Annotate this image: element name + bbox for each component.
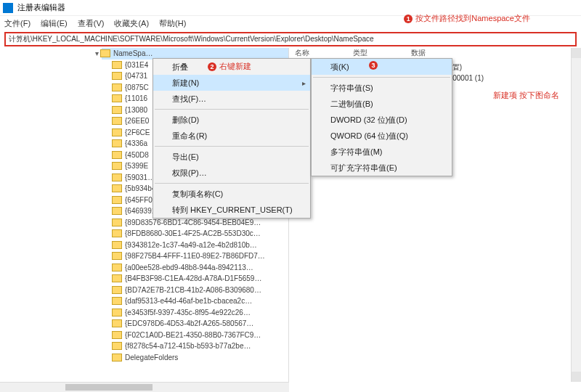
tree-label: {BD7A2E7B-21CB-41b2-A086-B309680… [125, 286, 261, 294]
tree-label: {04731 [125, 72, 147, 80]
menu-item[interactable]: 重命名(R) [153, 128, 310, 144]
values-header: 名称 类型 数据 [295, 48, 575, 58]
callout-key: 3 [369, 61, 378, 70]
menu-help[interactable]: 帮助(H) [159, 18, 186, 29]
callout-new-text: 右键新建 [219, 61, 251, 72]
app-title: 注册表编辑器 [17, 2, 65, 13]
col-name[interactable]: 名称 [295, 48, 309, 58]
tree-label: {EDC978D6-4D53-4b2f-A265-580567… [125, 319, 253, 327]
folder-icon [112, 219, 122, 226]
folder-icon [112, 229, 122, 237]
badge-2-icon: 2 [208, 62, 216, 71]
menu-item[interactable]: DWORD (32 位)值(D) [312, 112, 452, 128]
menu-item[interactable]: 查找(F)… [153, 91, 310, 107]
menu-item[interactable]: 项(K) [312, 59, 452, 75]
tree-label: {5399E [125, 162, 148, 170]
tree-label: {98F275B4-4FFF-11E0-89E2-7B86DFD7… [125, 252, 265, 260]
col-data[interactable]: 数据 [411, 48, 426, 58]
menu-item[interactable]: 权限(P)… [153, 165, 310, 181]
menu-item[interactable]: 复制项名称(C) [153, 186, 310, 202]
tree-item[interactable]: {9343812e-1c37-4a49-a12e-4b2d810b… [102, 240, 288, 251]
menu-item[interactable]: QWORD (64 位)值(Q) [312, 128, 452, 144]
folder-icon [112, 207, 122, 215]
scrollbar-vertical[interactable] [571, 48, 581, 382]
chevron-down-icon[interactable]: ▾ [93, 49, 100, 57]
tree-item[interactable]: {EDC978D6-4D53-4b2f-A265-580567… [102, 318, 288, 330]
col-type[interactable]: 类型 [353, 48, 367, 58]
folder-icon [112, 94, 122, 102]
tree-item-delegatefolders[interactable]: DelegateFolders [102, 352, 288, 364]
folder-icon [112, 354, 122, 362]
menu-item[interactable]: 多字符串值(M) [312, 144, 452, 160]
folder-icon [112, 61, 122, 69]
folder-icon [112, 72, 122, 80]
menu-item[interactable]: 导出(E) [153, 149, 310, 165]
tree-label: {11016 [125, 94, 147, 102]
tree-item[interactable]: {8FDB8680-30E1-4F25-AC2B-553D30c… [102, 228, 288, 240]
annotation-top-text: 按文件路径找到Namespace文件 [415, 13, 530, 24]
menu-item[interactable]: 新建(N) [153, 75, 310, 91]
folder-icon [112, 162, 122, 170]
menu-item[interactable]: 二进制值(B) [312, 96, 452, 112]
tree-label: {13080 [125, 106, 147, 114]
tree-item[interactable]: {98F275B4-4FFF-11E0-89E2-7B86DFD7… [102, 250, 288, 262]
annotation-find-namespace: 1 按文件路径找到Namespace文件 [404, 13, 530, 24]
tree-label: {89D83576-6BD1-4C86-9454-BEB04E9… [125, 219, 261, 226]
annotation-rename: 新建项 按下图命名 [493, 90, 559, 101]
tree-label: {26EE0 [125, 117, 149, 125]
menu-item[interactable]: 转到 HKEY_CURRENT_USER(T) [153, 202, 310, 218]
tree-item[interactable]: {BD7A2E7B-21CB-41b2-A086-B309680… [102, 285, 288, 296]
folder-icon [112, 286, 122, 294]
tree-item[interactable]: {B4FB3F98-C1EA-428d-A78A-D1F5659… [102, 273, 288, 285]
folder-icon [112, 117, 122, 125]
menu-edit[interactable]: 编辑(E) [41, 18, 68, 29]
menu-file[interactable]: 文件(F) [4, 18, 31, 29]
tree-item[interactable]: {a00ee528-ebd9-48b8-944a-8942113… [102, 262, 288, 274]
menu-item[interactable]: 可扩充字符串值(E) [312, 160, 452, 176]
menu-view[interactable]: 查看(V) [78, 18, 105, 29]
folder-icon [112, 252, 122, 260]
tree-label: {daf95313-e44d-46af-be1b-cbacea2c… [125, 297, 252, 305]
tree-label: {4336a [125, 139, 147, 147]
folder-icon [112, 184, 122, 192]
tree-label: {F02C1A0D-BE21-4350-88B0-7367FC9… [125, 331, 261, 339]
address-bar[interactable]: 计算机\HKEY_LOCAL_MACHINE\SOFTWARE\Microsof… [4, 32, 577, 46]
folder-icon [112, 319, 122, 327]
tree-label: {59031… [125, 173, 155, 181]
tree-label: {0875C [125, 83, 149, 91]
folder-icon [112, 128, 122, 136]
tree-label: NameSpa… [113, 49, 153, 57]
tree-label: DelegateFolders [125, 354, 178, 362]
address-text: 计算机\HKEY_LOCAL_MACHINE\SOFTWARE\Microsof… [9, 34, 374, 44]
folder-icon [112, 342, 122, 350]
folder-icon [112, 274, 122, 282]
scrollbar-thumb[interactable] [65, 384, 153, 391]
scrollbar-horizontal[interactable] [0, 382, 289, 392]
folder-icon [112, 331, 122, 339]
folder-icon [112, 241, 122, 249]
folder-icon [100, 49, 110, 57]
badge-1-icon: 1 [404, 15, 413, 23]
folder-icon [112, 139, 122, 147]
menu-item[interactable]: 字符串值(S) [312, 80, 452, 96]
tree-label: {a00ee528-ebd9-48b8-944a-8942113… [125, 264, 253, 271]
badge-3-icon: 3 [369, 61, 378, 70]
context-menu-new: 项(K)字符串值(S)二进制值(B)DWORD (32 位)值(D)QWORD … [311, 58, 452, 176]
menu-item[interactable]: 删除(D) [153, 112, 310, 128]
folder-icon [112, 106, 122, 114]
tree-item[interactable]: {e3453f5f-9397-435c-8f95-4e922c26… [102, 307, 288, 319]
menu-favorites[interactable]: 收藏夹(A) [114, 18, 149, 29]
tree-item[interactable]: {daf95313-e44d-46af-be1b-cbacea2c… [102, 295, 288, 307]
tree-label: {031E4 [125, 61, 148, 69]
folder-icon [112, 309, 122, 317]
tree-item[interactable]: {F02C1A0D-BE21-4350-88B0-7367FC9… [102, 330, 288, 341]
tree-label: {B4FB3F98-C1EA-428d-A78A-D1F5659… [125, 274, 261, 282]
folder-icon [112, 297, 122, 305]
tree-item[interactable]: {f8278c54-a712-415b-b593-b77a2be… [102, 340, 288, 352]
folder-icon [112, 173, 122, 181]
tree-label: {9343812e-1c37-4a49-a12e-4b2d810b… [125, 241, 257, 249]
tree-label: {450D8 [125, 151, 149, 159]
callout-new: 2 右键新建 [208, 61, 251, 72]
app-icon [3, 3, 13, 13]
folder-icon [112, 264, 122, 271]
